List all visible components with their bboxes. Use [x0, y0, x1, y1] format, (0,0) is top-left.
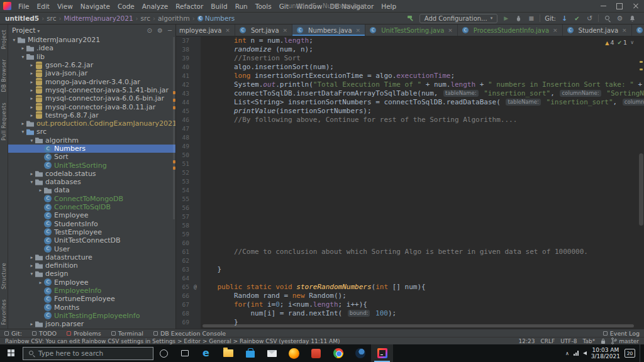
collapse-arrow-icon[interactable]: ▾ — [28, 179, 35, 185]
code-line-58[interactable]: 58 — [176, 221, 644, 230]
expand-arrow-icon[interactable]: ▸ — [28, 263, 35, 268]
tree-item-json-parser[interactable]: ▸json.parser — [8, 320, 175, 328]
expand-arrow-icon[interactable]: ▸ — [28, 87, 35, 93]
tool-window-problems[interactable]: Problems — [67, 330, 101, 337]
expand-arrow-icon[interactable]: ▸ — [28, 96, 35, 101]
taskbar-app-file-explorer[interactable] — [217, 344, 239, 362]
tool-window-git[interactable]: Git: — [4, 330, 22, 337]
expand-arrow-icon[interactable]: ▸ — [37, 280, 44, 285]
expand-arrow-icon[interactable]: ▸ — [19, 121, 26, 126]
close-tab-icon[interactable]: × — [225, 27, 230, 33]
tree-item-mongo-java-driver-3-4-0-jar[interactable]: ▸mongo-java-driver-3.4.0.jar — [8, 77, 175, 85]
menu-analyze[interactable]: Analyze — [138, 0, 172, 13]
notification-center-badge[interactable]: 20 — [625, 349, 635, 358]
taskbar-app-firefox[interactable] — [283, 344, 305, 362]
collapse-arrow-icon[interactable]: ▾ — [28, 138, 35, 143]
code-line-43[interactable]: 43 connectToSqlDB.insertDataFromArrayToS… — [176, 89, 644, 98]
collapse-arrow-icon[interactable]: ▾ — [19, 54, 26, 60]
expand-arrow-icon[interactable]: ▸ — [28, 171, 35, 177]
tool-window-db-console[interactable]: DB Execution Console — [153, 330, 226, 337]
code-line-51[interactable]: 51 — [176, 160, 644, 168]
settings-gear-icon[interactable]: ⚙ — [616, 13, 624, 23]
show-desktop-button[interactable] — [640, 344, 642, 362]
file-encoding[interactable]: UTF-8 — [560, 338, 577, 344]
code-line-59[interactable]: 59 — [176, 230, 644, 239]
tree-item-sort[interactable]: CSort — [8, 153, 175, 161]
close-tab-icon[interactable]: × — [622, 27, 627, 33]
code-line-53[interactable]: 53 — [176, 177, 644, 186]
code-line-37[interactable]: 37 int n = num.length; — [176, 36, 644, 45]
hide-panel-icon[interactable]: ─ — [168, 27, 172, 34]
code-line-41[interactable]: 41 long insertionSortExecutionTime = alg… — [176, 72, 644, 80]
commit-icon[interactable]: ✔ — [573, 13, 581, 23]
task-view-button[interactable] — [174, 344, 195, 362]
close-tab-icon[interactable]: × — [283, 27, 288, 33]
code-line-65[interactable]: 65@ public static void storeRandomNumber… — [176, 283, 644, 292]
breadcrumb-numbers[interactable]: CNumbers — [197, 14, 235, 22]
breadcrumb-src[interactable]: src — [47, 14, 56, 22]
tool-window-todo[interactable]: TODO — [32, 330, 57, 337]
code-line-46[interactable]: 46 //By following above, Continue for re… — [176, 116, 644, 124]
close-button[interactable] — [628, 0, 644, 12]
code-line-40[interactable]: 40 algo.insertionSort(num); — [176, 63, 644, 72]
expand-arrow-icon[interactable]: ▸ — [28, 321, 35, 327]
cortana-button[interactable] — [153, 344, 174, 362]
tree-item-lib[interactable]: ▾lib — [8, 53, 175, 61]
tree-item-studentsinfo[interactable]: CStudentsInfo — [8, 220, 175, 228]
tool-stripe-structure[interactable]: Structure — [1, 263, 7, 289]
menu-edit[interactable]: Edit — [33, 0, 53, 13]
locate-file-icon[interactable]: ⊙ — [147, 27, 152, 34]
taskbar-app-mail[interactable] — [261, 344, 283, 362]
tab-mployee-java[interactable]: Cmployee.java× — [176, 25, 235, 36]
tree-item-out-production-codingexamjanuary2021[interactable]: ▸out.production.CodingExamJanuary2021 — [8, 119, 175, 128]
tree-item-midtermjanuary2021[interactable]: ▾MidtermJanuary2021 — [8, 36, 175, 44]
tree-item-idea[interactable]: ▸.idea — [8, 44, 175, 52]
build-hammer-icon[interactable] — [407, 13, 415, 23]
tool-stripe-db-browser[interactable]: DB Browser — [1, 59, 7, 92]
expand-arrow-icon[interactable]: ▸ — [19, 45, 26, 51]
tree-item-connecttomongodb[interactable]: CConnectToMongoDB — [8, 195, 175, 203]
expand-arrow-icon[interactable]: ▸ — [37, 187, 44, 193]
tree-item-codelab-status[interactable]: ▸codelab.status — [8, 170, 175, 178]
menu-code[interactable]: Code — [114, 0, 138, 13]
taskbar-app-edge[interactable]: e — [195, 344, 217, 362]
editor-horizontal-scrollbar[interactable] — [203, 324, 634, 327]
tree-item-java-json-jar[interactable]: ▸java-json.jar — [8, 69, 175, 77]
breadcrumb-untitled5[interactable]: untitled5 — [5, 14, 39, 22]
tree-item-mysql-connector-java-8-0-11-jar[interactable]: ▸mysql-connector-java-8.0.11.jar — [8, 102, 175, 111]
tree-item-connecttosqldb[interactable]: CConnectToSqlDB — [8, 203, 175, 211]
indent-style[interactable]: Tab* — [583, 338, 596, 344]
tree-item-src[interactable]: ▾src — [8, 128, 175, 136]
tree-item-gson-2-6-2-jar[interactable]: ▸gson-2.6.2.jar — [8, 61, 175, 69]
tree-item-employeeinfo[interactable]: CEmployeeInfo — [8, 287, 175, 295]
event-log-button[interactable]: Event Log — [603, 330, 640, 337]
code-line-44[interactable]: 44 List<String> insertionSortNumbers = c… — [176, 98, 644, 107]
expand-arrow-icon[interactable]: ▸ — [28, 62, 35, 68]
code-lines[interactable]: 37 int n = num.length;38 randomize (num,… — [176, 36, 644, 329]
menu-build[interactable]: Build — [207, 0, 231, 13]
tree-item-unittestconnectdb[interactable]: CUnitTestConnectDB — [8, 236, 175, 244]
taskbar-app-red-app[interactable] — [305, 344, 327, 362]
code-line-39[interactable]: 39 //Insertion Sort — [176, 54, 644, 63]
expand-arrow-icon[interactable]: ▸ — [28, 70, 35, 76]
line-separator[interactable]: CRLF — [541, 338, 555, 344]
notifications-bell-icon[interactable] — [628, 13, 636, 23]
error-stripe-mark[interactable] — [640, 69, 643, 70]
code-line-66[interactable]: 66 Random rand = new Random(); — [176, 292, 644, 300]
code-line-56[interactable]: 56 — [176, 204, 644, 212]
code-line-64[interactable]: 64 — [176, 274, 644, 283]
project-panel-title[interactable]: Project — [12, 26, 40, 35]
expand-arrow-icon[interactable]: ▸ — [28, 104, 35, 110]
start-button[interactable] — [0, 344, 23, 362]
code-line-47[interactable]: 47 — [176, 124, 644, 133]
code-line-68[interactable]: 68 num[i] = rand.nextInt( bound: 100); — [176, 309, 644, 318]
maximize-button[interactable] — [611, 0, 628, 12]
expand-arrow-icon[interactable]: ▸ — [28, 255, 35, 260]
tray-volume-icon[interactable] — [583, 351, 587, 355]
code-line-49[interactable]: 49 — [176, 142, 644, 151]
tree-item-databases[interactable]: ▾databases — [8, 178, 175, 186]
tool-stripe-project[interactable]: Project — [1, 30, 7, 49]
debug-button[interactable] — [514, 13, 523, 23]
project-tree-scrollbar[interactable] — [173, 37, 175, 219]
code-line-52[interactable]: 52 — [176, 168, 644, 177]
